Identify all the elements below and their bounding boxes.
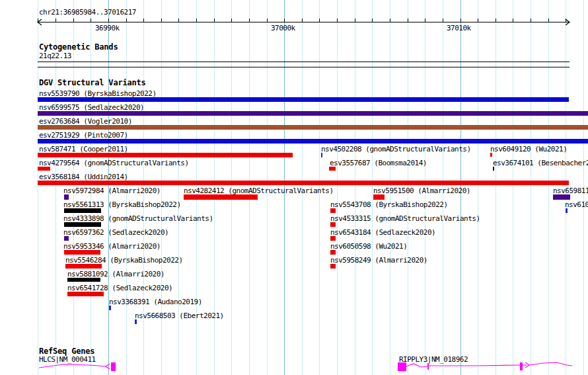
gene-intron-line-HLCS[interactable] xyxy=(39,364,106,368)
genome-browser-panel: chr21:36985984..37016217 36990k37000k370… xyxy=(0,0,588,375)
gene-glyph-layer xyxy=(0,0,588,375)
gene-intron-line-RIPPLY3[interactable] xyxy=(429,365,520,366)
gene-strand-arrow-icon xyxy=(106,364,110,369)
gene-exon-RIPPLY3[interactable] xyxy=(427,363,429,370)
gene-exon-RIPPLY3[interactable] xyxy=(398,362,406,371)
gene-exon-RIPPLY3[interactable] xyxy=(520,362,523,370)
gene-intron-line-RIPPLY3[interactable] xyxy=(529,362,572,366)
gene-exon-HLCS[interactable] xyxy=(111,362,116,371)
gene-intron-line-RIPPLY3[interactable] xyxy=(406,364,427,367)
